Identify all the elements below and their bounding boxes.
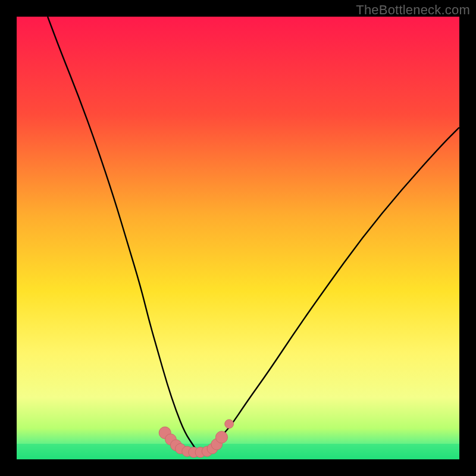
marker-dot bbox=[215, 431, 227, 443]
green-band bbox=[17, 444, 459, 459]
watermark-text: TheBottleneck.com bbox=[356, 2, 470, 18]
chart-background bbox=[17, 17, 459, 459]
chart-svg bbox=[17, 17, 459, 459]
chart-frame: TheBottleneck.com bbox=[0, 0, 476, 476]
marker-dot bbox=[225, 419, 234, 428]
chart-plot bbox=[17, 17, 459, 459]
